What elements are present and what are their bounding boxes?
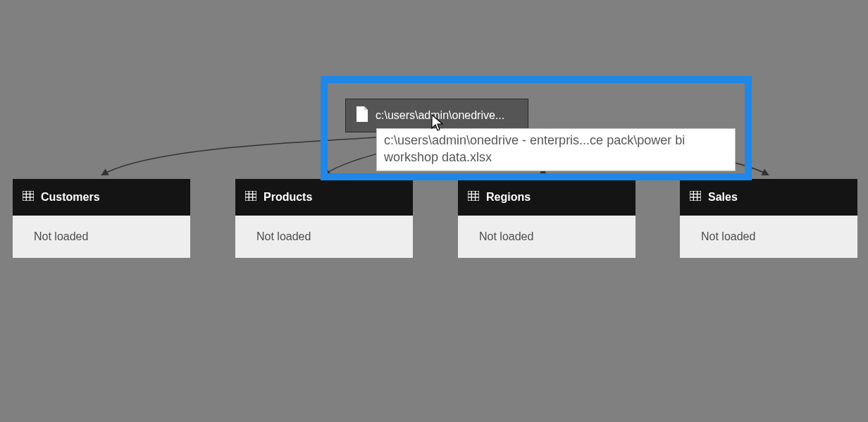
table-icon bbox=[245, 191, 256, 204]
dependency-canvas[interactable]: c:\users\admin\onedrive... Customers Not… bbox=[0, 0, 868, 422]
source-path-tooltip: c:\users\admin\onedrive - enterpris...ce… bbox=[376, 128, 736, 171]
table-icon bbox=[23, 191, 34, 204]
table-name: Products bbox=[264, 191, 312, 204]
table-node-customers[interactable]: Customers Not loaded bbox=[13, 179, 190, 258]
table-header: Regions bbox=[458, 179, 636, 216]
table-node-sales[interactable]: Sales Not loaded bbox=[680, 179, 857, 258]
table-header: Customers bbox=[13, 179, 190, 216]
table-header: Sales bbox=[680, 179, 857, 216]
svg-rect-5 bbox=[245, 191, 256, 201]
data-source-label: c:\users\admin\onedrive... bbox=[376, 109, 504, 122]
data-source-node[interactable]: c:\users\admin\onedrive... bbox=[345, 99, 528, 132]
table-status: Not loaded bbox=[235, 216, 413, 258]
table-status: Not loaded bbox=[458, 216, 636, 258]
svg-rect-10 bbox=[468, 191, 479, 201]
table-status: Not loaded bbox=[680, 216, 857, 258]
svg-rect-15 bbox=[690, 191, 701, 201]
table-node-products[interactable]: Products Not loaded bbox=[235, 179, 413, 258]
table-icon bbox=[690, 191, 701, 204]
table-icon bbox=[468, 191, 479, 204]
table-header: Products bbox=[235, 179, 413, 216]
table-name: Sales bbox=[708, 191, 738, 204]
file-icon bbox=[356, 106, 368, 125]
table-name: Regions bbox=[486, 191, 531, 204]
table-node-regions[interactable]: Regions Not loaded bbox=[458, 179, 636, 258]
table-status: Not loaded bbox=[13, 216, 190, 258]
table-name: Customers bbox=[41, 191, 100, 204]
svg-rect-0 bbox=[23, 191, 34, 201]
